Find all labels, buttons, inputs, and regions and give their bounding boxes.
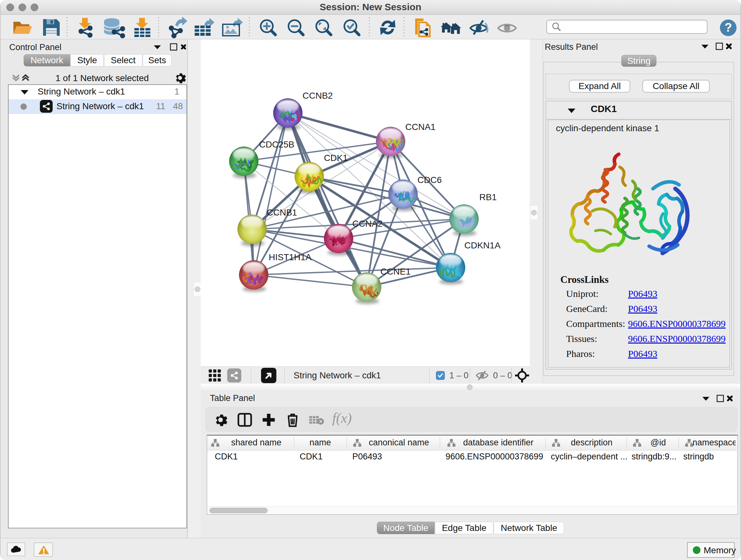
svg-text:CDC6: CDC6 bbox=[417, 175, 442, 185]
svg-text:CCNB2: CCNB2 bbox=[302, 91, 333, 101]
svg-text:?: ? bbox=[724, 21, 732, 34]
svg-text:CCNE1: CCNE1 bbox=[381, 266, 411, 276]
svg-text:CDKN1A: CDKN1A bbox=[464, 240, 501, 250]
svg-text:CCNA1: CCNA1 bbox=[405, 122, 435, 132]
svg-text:HIST1H1A: HIST1H1A bbox=[269, 252, 312, 262]
svg-text:RB1: RB1 bbox=[479, 192, 496, 202]
svg-text:CDK1: CDK1 bbox=[324, 153, 348, 163]
svg-text:CCNB1: CCNB1 bbox=[267, 207, 297, 217]
svg-text:CCNA2: CCNA2 bbox=[352, 219, 383, 229]
svg-text:CDC25B: CDC25B bbox=[259, 139, 294, 149]
